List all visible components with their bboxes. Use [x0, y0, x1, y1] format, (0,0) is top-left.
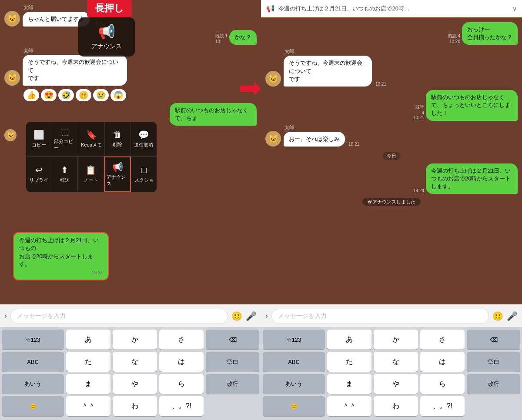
- avatar: 🐱: [4, 129, 17, 141]
- kb-key[interactable]: わ: [113, 396, 157, 416]
- kb-key[interactable]: ABC: [2, 352, 64, 372]
- msg-row: 19:24 今週の打ち上げは２月21日、いつものお店で20時からスタートします。: [265, 163, 518, 194]
- kb-key[interactable]: な: [374, 352, 418, 372]
- kb-key[interactable]: 、。?!: [420, 396, 465, 416]
- kb-key[interactable]: さ: [420, 330, 465, 350]
- ctx-delete[interactable]: 🗑 削除: [105, 122, 131, 156]
- longpress-label: 長押し: [87, 0, 132, 17]
- mic-icon[interactable]: 🎤: [507, 311, 518, 321]
- kb-key[interactable]: ＾＾: [327, 396, 371, 416]
- bubble: 駅前のいつものお店じゃなくて、ちょ: [170, 103, 257, 126]
- kb-key[interactable]: さ: [159, 330, 204, 350]
- announce-bar-icon: 📢: [266, 4, 275, 13]
- read-badge: 既読 110:: [215, 33, 228, 44]
- kb-space[interactable]: 空白: [206, 352, 259, 372]
- sender-name: 太郎: [23, 4, 33, 11]
- kb-key[interactable]: あ: [66, 330, 110, 350]
- kb-return[interactable]: 改行: [467, 374, 520, 394]
- kb-key[interactable]: ＾＾: [66, 396, 110, 416]
- kb-key[interactable]: や: [113, 374, 157, 394]
- msg-row: 🐱 太郎 お一、それは楽しみ 10:21: [265, 124, 518, 147]
- expand-icon[interactable]: ›: [265, 311, 268, 320]
- kb-key[interactable]: ☆123: [263, 330, 325, 350]
- kb-key[interactable]: ま: [66, 374, 110, 394]
- msg-row: 既読 410:21 駅前のいつものお店じゃなくて、ちょっといいところにしました！: [265, 90, 518, 121]
- mic-icon[interactable]: 🎤: [246, 311, 257, 321]
- ctx-forward[interactable]: ⬆ 転送: [52, 157, 78, 192]
- date-label: 今日: [382, 152, 401, 160]
- bubble: そうですね、今週末の歓迎会についてです: [284, 56, 372, 87]
- left-chat-area: 🐱 太郎 ちゃんと届いてますよ 10:2 📢 アナウンス 既読 110: かな？: [0, 0, 261, 304]
- chevron-down-icon[interactable]: ∨: [512, 5, 517, 12]
- emoji-icon[interactable]: 🙂: [492, 311, 503, 321]
- ctx-copy[interactable]: ⬜ コピー: [26, 122, 52, 156]
- kb-key[interactable]: た: [66, 352, 110, 372]
- kb-emoji[interactable]: 😊: [2, 396, 64, 416]
- message-input-right[interactable]: メッセージを入力: [271, 309, 489, 323]
- input-bar: › メッセージを入力 🙂 🎤: [0, 304, 261, 327]
- announce-bar[interactable]: 📢 今週の打ち上げは２月21日、いつものお店で20時… ∨: [261, 0, 522, 18]
- kb-key[interactable]: あいう: [2, 374, 64, 394]
- keyboard-left: ☆123 あ か さ ⌫ ABC た な は 空白 あいう ま や ら 改行 😊…: [0, 327, 261, 420]
- kb-key[interactable]: わ: [374, 396, 418, 416]
- emoji-row: 👍 😍 🤣 🤫 😢 😱: [23, 89, 257, 101]
- bubble: かな？: [229, 30, 257, 45]
- ctx-note[interactable]: 📋 ノート: [78, 157, 104, 192]
- right-phone: 📢 今週の打ち上げは２月21日、いつものお店で20時… ∨ 既読 410:20 …: [261, 0, 522, 420]
- time: 10:21: [375, 82, 386, 87]
- avatar: 🐱: [4, 11, 20, 27]
- avatar: 🐱: [265, 131, 281, 147]
- right-chat-area: 既読 410:20 おっけー全員揃ったかな？ 🐱 太郎 そうですね、今週末の歓迎…: [261, 18, 522, 304]
- ctx-screenshot[interactable]: □ スクショ: [131, 157, 157, 192]
- msg-row: 既読 410:20 おっけー全員揃ったかな？: [265, 22, 518, 45]
- bubble: そうですね、今週末の歓迎会についてです: [23, 55, 127, 86]
- avatar: 🐱: [4, 70, 20, 86]
- kb-key[interactable]: か: [113, 330, 157, 350]
- announce-done-badge: がアナウンスしました: [265, 197, 518, 205]
- bubble: 駅前のいつものお店じゃなくて、ちょっといいところにしました！: [426, 90, 518, 121]
- context-menu[interactable]: ⬜ コピー ⬚ 部分コピー 🔖 Keepメモ 🗑 削除 💬 送信取消: [26, 122, 157, 192]
- left-phone: 🐱 太郎 ちゃんと届いてますよ 10:2 📢 アナウンス 既読 110: かな？: [0, 0, 261, 420]
- ctx-partial-copy[interactable]: ⬚ 部分コピー: [52, 122, 78, 156]
- arrow-icon: ➡: [238, 74, 262, 102]
- bubble: お一、それは楽しみ: [284, 132, 345, 147]
- bubble: おっけー全員揃ったかな？: [462, 22, 518, 45]
- kb-key[interactable]: ☆123: [2, 330, 64, 350]
- kb-emoji[interactable]: 😊: [263, 396, 325, 416]
- sender-name: 太郎: [284, 124, 294, 131]
- ctx-unsend[interactable]: 💬 送信取消: [131, 122, 157, 156]
- ctx-reply[interactable]: ↩ リプライ: [26, 157, 52, 192]
- sender-name: 太郎: [23, 47, 33, 54]
- ctx-keep[interactable]: 🔖 Keepメモ: [78, 122, 104, 156]
- time: 10:21: [348, 142, 359, 147]
- kb-key[interactable]: や: [374, 374, 418, 394]
- ctx-announce[interactable]: 📢 アナウンス: [104, 157, 131, 192]
- kb-key[interactable]: 、。?!: [159, 396, 204, 416]
- kb-key[interactable]: な: [113, 352, 157, 372]
- kb-key[interactable]: あ: [327, 330, 371, 350]
- kb-return[interactable]: 改行: [206, 374, 259, 394]
- kb-key[interactable]: あいう: [263, 374, 325, 394]
- selected-bubble: 今週の打ち上げは２月21日、いつものお店で20時からスタートします。 19:24: [13, 232, 109, 280]
- kb-backspace[interactable]: ⌫: [206, 330, 259, 350]
- expand-icon[interactable]: ›: [4, 311, 7, 320]
- input-bar-right: › メッセージを入力 🙂 🎤: [261, 304, 522, 327]
- keyboard-right: ☆123 あ か さ ⌫ ABC た な は 空白 あいう ま や ら 改行 😊…: [261, 327, 522, 420]
- kb-key[interactable]: た: [327, 352, 371, 372]
- announce-bar-text: 今週の打ち上げは２月21日、いつものお店で20時…: [278, 5, 509, 13]
- kb-space[interactable]: 空白: [467, 352, 520, 372]
- kb-key[interactable]: ら: [159, 374, 204, 394]
- kb-key[interactable]: ら: [420, 374, 465, 394]
- msg-row: 🐱 太郎 そうですね、今週末の歓迎会についてです 10:21: [265, 48, 518, 87]
- message-input[interactable]: メッセージを入力: [10, 309, 228, 323]
- kb-backspace[interactable]: ⌫: [467, 330, 520, 350]
- kb-key[interactable]: は: [159, 352, 204, 372]
- kb-key[interactable]: ま: [327, 374, 371, 394]
- announce-popup: 📢 アナウンス: [78, 17, 135, 57]
- emoji-icon[interactable]: 🙂: [231, 311, 242, 321]
- kb-key[interactable]: か: [374, 330, 418, 350]
- announce-label: アナウンス: [91, 43, 122, 50]
- kb-key[interactable]: は: [420, 352, 465, 372]
- kb-key[interactable]: ABC: [263, 352, 325, 372]
- announced-bubble: 今週の打ち上げは２月21日、いつものお店で20時からスタートします。: [426, 163, 518, 194]
